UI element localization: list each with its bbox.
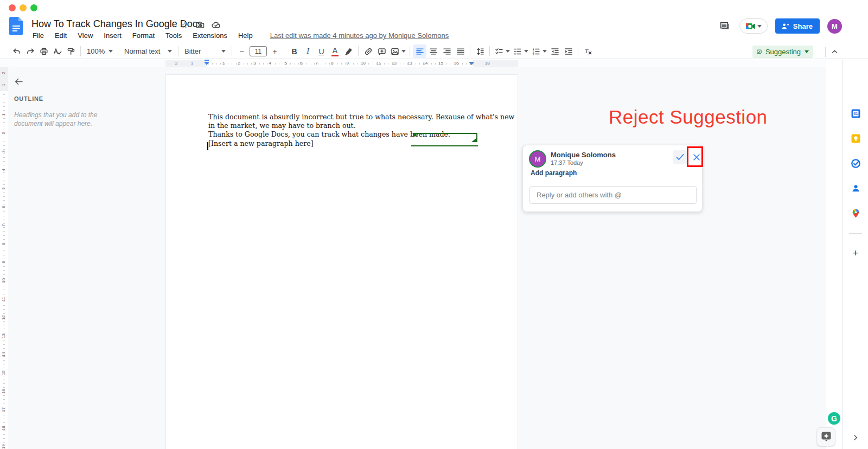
outline-panel: OUTLINE Headings that you add to the doc… (7, 75, 137, 128)
menu-insert[interactable]: Insert (103, 30, 123, 41)
align-left-button[interactable] (413, 44, 426, 58)
highlight-color-button[interactable] (342, 44, 355, 58)
reject-x-icon (692, 153, 701, 162)
google-keep-icon[interactable] (848, 131, 863, 145)
numbered-list-button[interactable]: 123 (529, 44, 548, 58)
line-spacing-button[interactable] (473, 44, 487, 58)
google-calendar-icon[interactable]: 31 (848, 106, 863, 120)
left-indent-marker[interactable] (204, 62, 209, 65)
doc-line-2: in the market, we may have to branch out… (208, 121, 514, 130)
italic-button[interactable]: I (301, 44, 315, 58)
google-tasks-icon[interactable] (848, 156, 863, 170)
google-contacts-icon[interactable] (848, 181, 863, 195)
ruler-number: 8 (331, 61, 333, 66)
menu-extensions[interactable]: Extensions (192, 30, 228, 41)
show-side-panel-chevron-icon[interactable] (848, 431, 863, 445)
font-select[interactable]: Bitter (181, 44, 229, 58)
rail-divider (849, 233, 862, 234)
ruler-number: 7 (315, 61, 317, 66)
align-center-button[interactable] (426, 44, 440, 58)
ruler-number: 17 (1, 407, 6, 413)
suggesting-mode-button[interactable]: Suggesting (752, 46, 813, 58)
document-canvas: 2112345678910111213141516171819 OUTLINE … (0, 67, 826, 449)
get-add-ons-plus-icon[interactable]: + (848, 246, 863, 260)
ruler-number: 16 (454, 61, 459, 66)
reject-suggestion-button[interactable] (691, 150, 703, 164)
window-fullscreen-button[interactable] (30, 4, 37, 11)
accept-suggestion-button[interactable] (673, 150, 687, 164)
menu-file[interactable]: File (31, 30, 45, 41)
text-color-button[interactable]: A (328, 44, 342, 58)
menu-tools[interactable]: Tools (164, 30, 183, 41)
svg-text:31: 31 (853, 111, 858, 115)
outline-empty-message: Headings that you add to the document wi… (14, 111, 123, 128)
redo-button[interactable] (23, 44, 37, 58)
insert-image-button[interactable] (388, 44, 407, 58)
bulleted-list-button[interactable] (511, 44, 529, 58)
comment-author-name: Monique Solomons (551, 151, 616, 159)
profile-avatar[interactable]: M (827, 19, 842, 34)
ruler-number: 8 (1, 241, 6, 247)
clear-formatting-button[interactable]: T (581, 44, 595, 58)
ruler-number: 1 (191, 61, 193, 66)
comment-reply-input[interactable] (529, 186, 697, 204)
last-edit-link[interactable]: Last edit was made 4 minutes ago by Moni… (269, 30, 450, 41)
google-meet-button[interactable] (739, 18, 768, 34)
menu-view[interactable]: View (76, 30, 94, 41)
font-size-decrease-button[interactable]: − (235, 44, 248, 58)
ruler-number: 7 (1, 223, 6, 228)
outline-heading: OUTLINE (14, 95, 137, 102)
font-size-increase-button[interactable]: + (268, 44, 282, 58)
ruler-number: 1 (222, 61, 225, 66)
document-status-cloud-icon[interactable] (210, 20, 221, 30)
menu-help[interactable]: Help (237, 30, 254, 41)
doc-line-1: This document is absurdly incorrect but … (208, 113, 514, 121)
document-title[interactable]: How To Track Changes In Google Docs (31, 18, 202, 30)
ruler-number: 15 (438, 61, 443, 66)
google-docs-window: How To Track Changes In Google Docs ☆ Fi… (0, 0, 868, 449)
add-comment-button[interactable] (375, 44, 388, 58)
undo-button[interactable] (10, 44, 23, 58)
ruler-number: 2 (175, 61, 177, 66)
justify-button[interactable] (454, 44, 467, 58)
share-button[interactable]: Share (775, 18, 820, 34)
zoom-select[interactable]: 100% (84, 44, 115, 58)
font-size-input[interactable]: 11 (250, 46, 267, 56)
ruler-number: 10 (361, 61, 366, 66)
menu-bar: File Edit View Insert Format Tools Exten… (31, 30, 450, 41)
ruler-number: 12 (1, 315, 6, 320)
window-minimize-button[interactable] (20, 4, 27, 11)
paint-format-button[interactable] (64, 44, 78, 58)
suggestion-comment-card[interactable]: M Monique Solomons 17:37 Today Add parag… (522, 145, 703, 212)
close-outline-back-arrow-icon[interactable] (12, 75, 25, 88)
google-maps-icon[interactable] (848, 206, 863, 220)
underline-button[interactable]: U (315, 44, 328, 58)
align-right-button[interactable] (440, 44, 454, 58)
increase-indent-button[interactable] (561, 44, 575, 58)
print-button[interactable] (37, 44, 50, 58)
comment-timestamp: 17:37 Today (551, 159, 583, 166)
explore-button[interactable] (816, 427, 835, 446)
move-folder-icon[interactable] (195, 20, 206, 30)
ruler-number: 6 (300, 61, 302, 66)
checklist-button[interactable] (493, 44, 511, 58)
star-icon[interactable]: ☆ (179, 20, 190, 30)
decrease-indent-button[interactable] (548, 44, 561, 58)
grammarly-icon[interactable]: G (828, 412, 840, 425)
horizontal-ruler[interactable]: 21123456789101112131415161718 (0, 60, 826, 67)
suggested-paragraph-mark[interactable] (411, 131, 480, 149)
paragraph-style-select[interactable]: Normal text (121, 44, 175, 58)
bold-button[interactable]: B (288, 44, 301, 58)
google-docs-logo-icon[interactable] (9, 17, 23, 35)
menu-edit[interactable]: Edit (54, 30, 68, 41)
explore-star-icon (821, 431, 832, 442)
window-close-button[interactable] (9, 4, 16, 11)
document-page[interactable]: This document is absurdly incorrect but … (165, 74, 518, 449)
menu-format[interactable]: Format (131, 30, 156, 41)
spell-check-button[interactable] (50, 44, 64, 58)
hide-menus-chevron-icon[interactable] (829, 46, 840, 57)
comment-history-icon[interactable] (718, 19, 732, 33)
ruler-number: 15 (1, 370, 6, 376)
ruler-number: 18 (1, 426, 6, 431)
insert-link-button[interactable] (361, 44, 375, 58)
